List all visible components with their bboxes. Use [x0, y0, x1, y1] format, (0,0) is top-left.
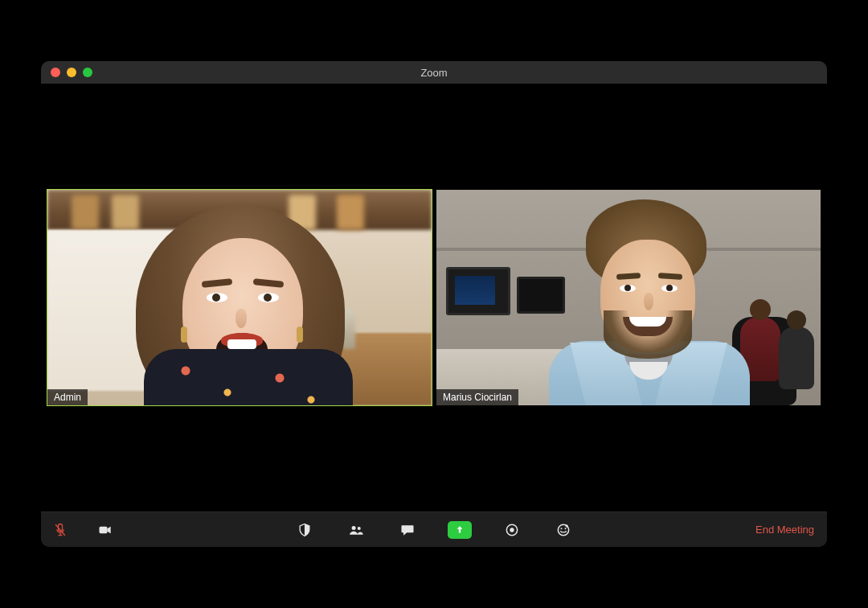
- mute-button[interactable]: [49, 519, 72, 541]
- shield-icon: [297, 522, 313, 538]
- share-screen-button[interactable]: [448, 521, 472, 539]
- titlebar: Zoom: [41, 61, 827, 84]
- svg-point-9: [560, 528, 562, 529]
- reactions-button[interactable]: [552, 519, 575, 541]
- record-button[interactable]: [501, 519, 523, 541]
- close-window-button[interactable]: [51, 68, 60, 77]
- participant-video: [47, 190, 432, 405]
- participants-icon: [348, 522, 364, 538]
- svg-point-7: [510, 528, 514, 532]
- participant-tile-admin[interactable]: Admin: [47, 190, 432, 405]
- video-button[interactable]: [94, 519, 117, 541]
- video-camera-icon: [97, 522, 113, 538]
- svg-point-10: [564, 528, 566, 529]
- participant-name-label: Admin: [47, 389, 88, 405]
- svg-rect-3: [100, 526, 108, 532]
- end-meeting-button[interactable]: End Meeting: [751, 520, 819, 539]
- video-grid: Admin M: [41, 84, 827, 511]
- participant-video: [436, 190, 821, 405]
- chat-button[interactable]: [396, 519, 419, 541]
- participant-name-label: Marius Ciocirlan: [436, 389, 518, 405]
- svg-point-5: [357, 526, 360, 529]
- record-icon: [504, 522, 520, 538]
- meeting-toolbar: End Meeting: [41, 511, 827, 547]
- microphone-muted-icon: [52, 522, 68, 538]
- chat-icon: [399, 522, 416, 538]
- window-controls: [41, 68, 92, 77]
- minimize-window-button[interactable]: [67, 68, 76, 77]
- participant-tile-marius[interactable]: Marius Ciocirlan: [436, 190, 821, 405]
- zoom-window: Zoom Admin: [41, 61, 827, 547]
- share-arrow-up-icon: [454, 524, 465, 536]
- svg-point-4: [351, 526, 355, 530]
- smiley-icon: [555, 522, 571, 538]
- participants-button[interactable]: [345, 519, 367, 541]
- window-title: Zoom: [420, 67, 447, 79]
- security-button[interactable]: [293, 519, 316, 541]
- maximize-window-button[interactable]: [83, 68, 92, 77]
